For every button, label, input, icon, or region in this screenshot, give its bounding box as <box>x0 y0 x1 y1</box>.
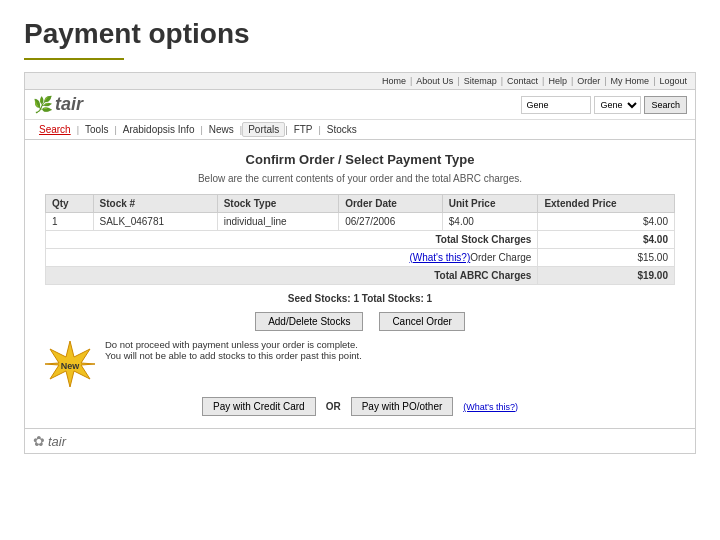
row-qty: 1 <box>46 213 94 231</box>
row-unit-price: $4.00 <box>442 213 538 231</box>
nav-logout[interactable]: Logout <box>659 76 687 86</box>
content-area: Confirm Order / Select Payment Type Belo… <box>25 140 695 428</box>
nav-home[interactable]: Home <box>382 76 406 86</box>
nav-search[interactable]: Search <box>33 122 77 137</box>
bottom-bar: ✿ tair <box>25 428 695 453</box>
logo-text: tair <box>55 94 83 115</box>
total-abrc-value: $19.00 <box>538 267 675 285</box>
leaf-icon: 🌿 <box>33 95 53 114</box>
title-underline <box>24 58 124 60</box>
col-unit: Unit Price <box>442 195 538 213</box>
pay-credit-card-button[interactable]: Pay with Credit Card <box>202 397 316 416</box>
nav-contact[interactable]: Contact <box>507 76 538 86</box>
total-stock-label: Total Stock Charges <box>46 231 538 249</box>
nav-stocks[interactable]: Stocks <box>321 122 363 137</box>
flower-icon: ✿ <box>33 433 45 449</box>
bottom-tair-label: tair <box>48 434 66 449</box>
slide-container: Payment options Home | About Us | Sitema… <box>0 0 720 540</box>
order-charge-row: (What's this?)Order Charge $15.00 <box>46 249 675 267</box>
payment-section: New Do not proceed with payment unless y… <box>45 339 675 389</box>
top-nav: Home | About Us | Sitemap | Contact | He… <box>25 73 695 90</box>
total-abrc-row: Total ABRC Charges $19.00 <box>46 267 675 285</box>
nav-myhome[interactable]: My Home <box>611 76 650 86</box>
whats-this-link[interactable]: (What's this?) <box>409 252 470 263</box>
stocks-info: Seed Stocks: 1 Total Stocks: 1 <box>45 293 675 304</box>
row-order-date: 06/27/2006 <box>339 213 443 231</box>
row-extended-price: $4.00 <box>538 213 675 231</box>
col-date: Order Date <box>339 195 443 213</box>
col-stock: Stock # <box>93 195 217 213</box>
order-charge-label: (What's this?)Order Charge <box>46 249 538 267</box>
gene-search-input[interactable] <box>521 96 591 114</box>
nav-sitemap[interactable]: Sitemap <box>464 76 497 86</box>
bottom-tair-logo: ✿ tair <box>33 433 66 449</box>
nav-news[interactable]: News <box>203 122 240 137</box>
col-type: Stock Type <box>217 195 338 213</box>
col-qty: Qty <box>46 195 94 213</box>
second-nav: Search | Tools | Arabidopsis Info | News… <box>25 120 695 140</box>
action-buttons: Add/Delete Stocks Cancel Order <box>45 312 675 331</box>
nav-tools[interactable]: Tools <box>79 122 114 137</box>
cancel-order-button[interactable]: Cancel Order <box>379 312 464 331</box>
col-extended: Extended Price <box>538 195 675 213</box>
sub-text: Below are the current contents of your o… <box>45 173 675 184</box>
order-charge-value: $15.00 <box>538 249 675 267</box>
starburst-svg: New <box>45 339 95 389</box>
logo-bar: 🌿 tair Gene Search <box>25 90 695 120</box>
or-text: OR <box>326 401 341 412</box>
warning-text: Do not proceed with payment unless your … <box>105 339 675 361</box>
nav-help[interactable]: Help <box>548 76 567 86</box>
browser-window: Home | About Us | Sitemap | Contact | He… <box>24 72 696 454</box>
svg-text:New: New <box>61 361 81 371</box>
row-stock-num: SALK_046781 <box>93 213 217 231</box>
order-table: Qty Stock # Stock Type Order Date Unit P… <box>45 194 675 285</box>
tair-logo: 🌿 tair <box>33 94 83 115</box>
pay-po-button[interactable]: Pay with PO/other <box>351 397 454 416</box>
search-type-select[interactable]: Gene <box>594 96 641 114</box>
payment-buttons-row: Pay with Credit Card OR Pay with PO/othe… <box>45 397 675 416</box>
table-row: 1 SALK_046781 individual_line 06/27/2006… <box>46 213 675 231</box>
nav-ftp[interactable]: FTP <box>288 122 319 137</box>
total-abrc-label: Total ABRC Charges <box>46 267 538 285</box>
nav-arabidopsis[interactable]: Arabidopsis Info <box>117 122 201 137</box>
nav-portals[interactable]: Portals <box>242 122 285 137</box>
nav-order[interactable]: Order <box>577 76 600 86</box>
add-delete-button[interactable]: Add/Delete Stocks <box>255 312 363 331</box>
search-button[interactable]: Search <box>644 96 687 114</box>
row-stock-type: individual_line <box>217 213 338 231</box>
page-heading: Confirm Order / Select Payment Type <box>45 152 675 167</box>
total-stock-row: Total Stock Charges $4.00 <box>46 231 675 249</box>
starburst: New <box>45 339 95 389</box>
slide-title: Payment options <box>0 0 720 58</box>
search-box-area: Gene Search <box>521 96 687 114</box>
payment-whats-this-link[interactable]: (What's this?) <box>463 402 518 412</box>
total-stock-value: $4.00 <box>538 231 675 249</box>
nav-aboutus[interactable]: About Us <box>416 76 453 86</box>
